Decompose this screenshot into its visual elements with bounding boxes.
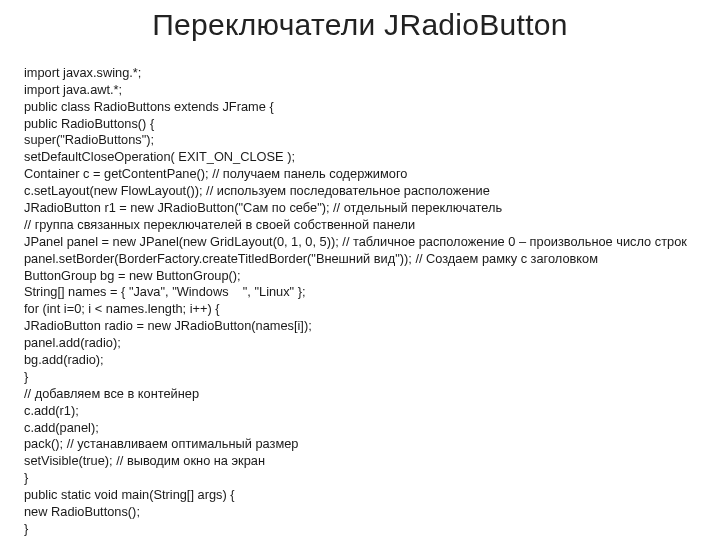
code-line: public RadioButtons() { — [24, 116, 154, 131]
code-block: import javax.swing.*; import java.awt.*;… — [24, 48, 696, 540]
code-line: } — [24, 521, 28, 536]
code-line: super("RadioButtons"); — [24, 132, 154, 147]
slide-title: Переключатели JRadioButton — [24, 8, 696, 42]
code-line: // группа связанных переключателей в сво… — [24, 217, 415, 232]
code-line: panel.setBorder(BorderFactory.createTitl… — [24, 251, 598, 266]
code-line: pack(); // устанавливаем оптимальный раз… — [24, 436, 298, 451]
code-line: panel.add(radio); — [24, 335, 121, 350]
code-line: public static void main(String[] args) { — [24, 487, 235, 502]
code-line: c.setLayout(new FlowLayout()); // исполь… — [24, 183, 490, 198]
slide: Переключатели JRadioButton import javax.… — [0, 0, 720, 540]
code-line: JPanel panel = new JPanel(new GridLayout… — [24, 234, 687, 249]
code-line: import java.awt.*; — [24, 82, 122, 97]
code-line: setDefaultCloseOperation( EXIT_ON_CLOSE … — [24, 149, 295, 164]
code-line: public class RadioButtons extends JFrame… — [24, 99, 274, 114]
code-line: // добавляем все в контейнер — [24, 386, 199, 401]
code-line: } — [24, 369, 28, 384]
code-line: String[] names = { "Java", "Windows ", "… — [24, 284, 306, 299]
code-line: JRadioButton radio = new JRadioButton(na… — [24, 318, 312, 333]
code-line: JRadioButton r1 = new JRadioButton("Сам … — [24, 200, 502, 215]
code-line: new RadioButtons(); — [24, 504, 140, 519]
code-line: ButtonGroup bg = new ButtonGroup(); — [24, 268, 241, 283]
code-line: Container c = getContentPane(); // получ… — [24, 166, 407, 181]
code-line: import javax.swing.*; — [24, 65, 141, 80]
code-line: c.add(panel); — [24, 420, 99, 435]
code-line: } — [24, 470, 28, 485]
code-line: bg.add(radio); — [24, 352, 104, 367]
code-line: setVisible(true); // выводим окно на экр… — [24, 453, 265, 468]
code-line: c.add(r1); — [24, 403, 79, 418]
code-line: for (int i=0; i < names.length; i++) { — [24, 301, 220, 316]
